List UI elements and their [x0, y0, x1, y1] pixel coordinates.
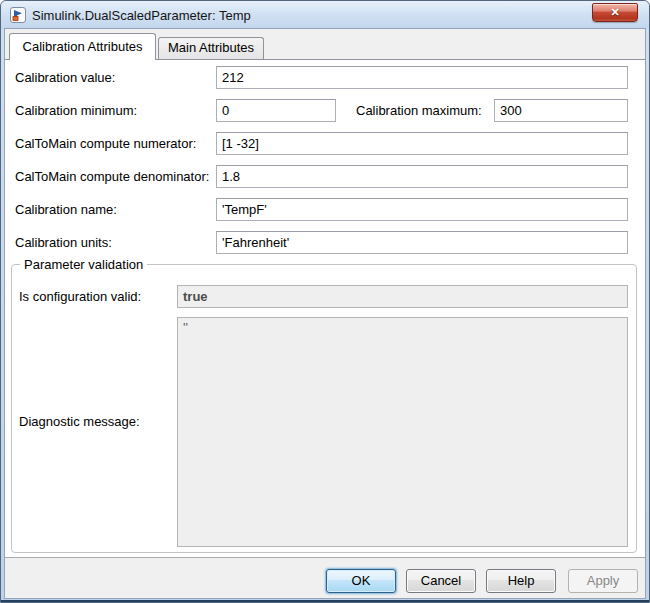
tab-strip: Calibration Attributes Main Attributes: [5, 29, 645, 59]
calibration-units-input[interactable]: [216, 231, 628, 254]
calibration-minimum-label: Calibration minimum:: [15, 99, 137, 122]
apply-button[interactable]: Apply: [568, 569, 638, 593]
calibration-value-label: Calibration value:: [15, 66, 115, 89]
calibration-name-input[interactable]: [216, 198, 628, 221]
dialog-client-area: Calibration Attributes Main Attributes C…: [5, 29, 645, 598]
calibration-units-label: Calibration units:: [15, 231, 112, 254]
calibration-attributes-panel: Calibration value: Calibration minimum: …: [5, 59, 645, 558]
caltomain-denominator-input[interactable]: [216, 165, 628, 188]
tab-main-attributes[interactable]: Main Attributes: [158, 37, 264, 59]
calibration-name-label: Calibration name:: [15, 198, 117, 221]
dialog-button-bar: OK Cancel Help Apply: [5, 556, 645, 598]
title-bar[interactable]: Simulink.DualScaledParameter: Temp ✕: [1, 1, 649, 29]
is-configuration-valid-label: Is configuration valid:: [19, 285, 141, 308]
diagnostic-message-label: Diagnostic message:: [19, 410, 140, 433]
cancel-button[interactable]: Cancel: [406, 569, 476, 593]
calibration-minimum-input[interactable]: [216, 99, 336, 122]
ok-button[interactable]: OK: [326, 569, 396, 593]
window-title: Simulink.DualScaledParameter: Temp: [32, 8, 251, 23]
calibration-maximum-input[interactable]: [494, 99, 628, 122]
diagnostic-message-field: '': [177, 317, 628, 547]
calibration-value-input[interactable]: [216, 66, 628, 89]
close-icon: ✕: [610, 6, 619, 18]
dialog-window: Simulink.DualScaledParameter: Temp ✕ Cal…: [0, 0, 650, 603]
caltomain-denominator-label: CalToMain compute denominator:: [15, 165, 209, 188]
tab-calibration-attributes[interactable]: Calibration Attributes: [9, 33, 156, 60]
simulink-icon: [10, 7, 26, 23]
close-button[interactable]: ✕: [592, 3, 638, 22]
is-configuration-valid-field: true: [177, 285, 628, 308]
parameter-validation-group-title: Parameter validation: [20, 256, 147, 273]
caltomain-numerator-label: CalToMain compute numerator:: [15, 132, 196, 155]
calibration-maximum-label: Calibration maximum:: [356, 99, 482, 122]
caltomain-numerator-input[interactable]: [216, 132, 628, 155]
help-button[interactable]: Help: [486, 569, 556, 593]
